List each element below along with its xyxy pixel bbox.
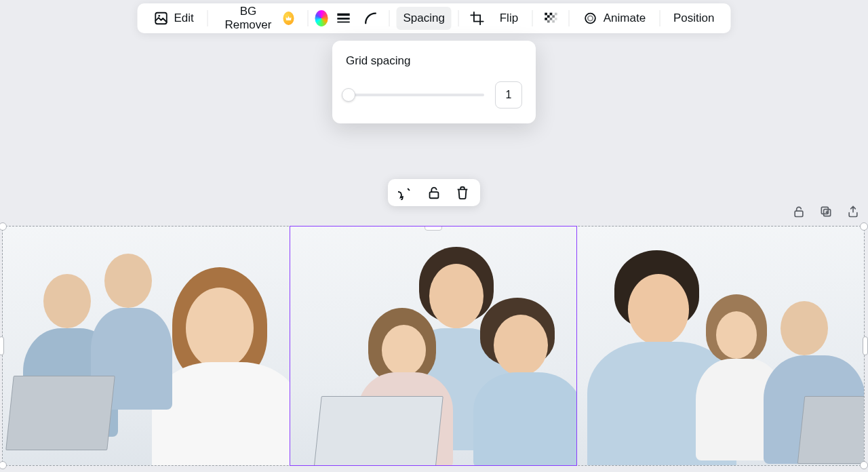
svg-rect-5 — [545, 13, 548, 16]
edit-label: Edit — [174, 12, 194, 25]
popover-title: Grid spacing — [346, 54, 522, 68]
grid-cell-2[interactable] — [577, 227, 864, 465]
edit-button[interactable]: Edit — [147, 7, 201, 30]
crop-icon — [470, 11, 485, 26]
comment-button[interactable] — [396, 183, 415, 202]
flip-label: Flip — [500, 12, 518, 25]
page-lock-button[interactable] — [791, 203, 807, 220]
bg-remover-button[interactable]: BG Remover — [215, 7, 301, 30]
svg-rect-18 — [795, 211, 803, 216]
spacing-slider[interactable] — [346, 94, 484, 96]
grid-cell-0[interactable] — [3, 227, 290, 465]
svg-point-1 — [158, 15, 160, 17]
pro-badge-icon — [283, 12, 294, 25]
lock-button[interactable] — [425, 183, 443, 202]
svg-rect-17 — [430, 192, 439, 198]
spacing-label: Spacing — [403, 12, 444, 25]
resize-handle-br[interactable] — [860, 461, 868, 469]
svg-rect-12 — [555, 18, 557, 20]
svg-rect-8 — [547, 15, 550, 18]
page-export-button[interactable] — [845, 203, 861, 220]
image-grid — [3, 227, 864, 465]
photo-placeholder — [3, 227, 290, 465]
svg-rect-7 — [555, 13, 557, 16]
svg-rect-6 — [550, 13, 553, 16]
svg-point-16 — [588, 16, 593, 20]
bg-remover-label: BG Remover — [222, 5, 275, 32]
spacing-value-input[interactable] — [495, 81, 522, 109]
animate-label: Animate — [604, 12, 646, 25]
svg-rect-11 — [550, 18, 553, 20]
resize-handle-tr[interactable] — [860, 222, 868, 231]
element-mini-toolbar — [388, 179, 480, 206]
transparency-button[interactable] — [539, 7, 562, 30]
slider-thumb[interactable] — [342, 88, 355, 102]
svg-rect-13 — [547, 20, 550, 23]
corner-rounding-button[interactable] — [359, 7, 382, 30]
animate-icon — [583, 11, 598, 26]
animate-button[interactable]: Animate — [576, 7, 652, 30]
lines-weight-icon — [336, 11, 351, 26]
separator — [389, 10, 390, 26]
border-weight-button[interactable] — [332, 7, 355, 30]
delete-button[interactable] — [453, 183, 472, 202]
image-edit-toolbar: Edit BG Remover Spacing — [138, 3, 731, 33]
svg-point-15 — [585, 14, 595, 24]
edit-image-icon — [154, 11, 169, 26]
grid-element[interactable] — [2, 226, 865, 466]
position-button[interactable]: Position — [667, 7, 721, 30]
separator — [208, 10, 208, 26]
color-picker-button[interactable] — [315, 10, 328, 26]
page-duplicate-button[interactable] — [818, 203, 834, 220]
grid-spacing-popover: Grid spacing — [332, 41, 536, 123]
resize-handle-l[interactable] — [0, 336, 4, 355]
separator — [458, 10, 459, 26]
svg-rect-2 — [337, 14, 349, 16]
transparency-icon — [543, 11, 558, 26]
resize-handle-bl[interactable] — [0, 461, 7, 469]
corner-icon — [363, 11, 378, 26]
photo-placeholder — [577, 227, 864, 465]
position-label: Position — [673, 12, 714, 25]
photo-placeholder — [290, 227, 577, 465]
grid-cell-1[interactable] — [290, 227, 577, 465]
crop-button[interactable] — [466, 7, 489, 30]
svg-rect-14 — [553, 20, 555, 23]
resize-handle-r[interactable] — [863, 336, 868, 355]
svg-rect-9 — [553, 15, 555, 18]
separator — [569, 10, 570, 26]
page-actions — [791, 203, 861, 220]
svg-rect-10 — [545, 18, 548, 20]
separator — [659, 10, 660, 26]
flip-button[interactable]: Flip — [493, 7, 525, 30]
spacing-button[interactable]: Spacing — [396, 7, 451, 30]
separator — [532, 10, 532, 26]
separator — [307, 10, 308, 26]
svg-rect-3 — [337, 18, 349, 20]
spacing-slider-row — [346, 81, 522, 109]
svg-rect-4 — [337, 22, 349, 23]
